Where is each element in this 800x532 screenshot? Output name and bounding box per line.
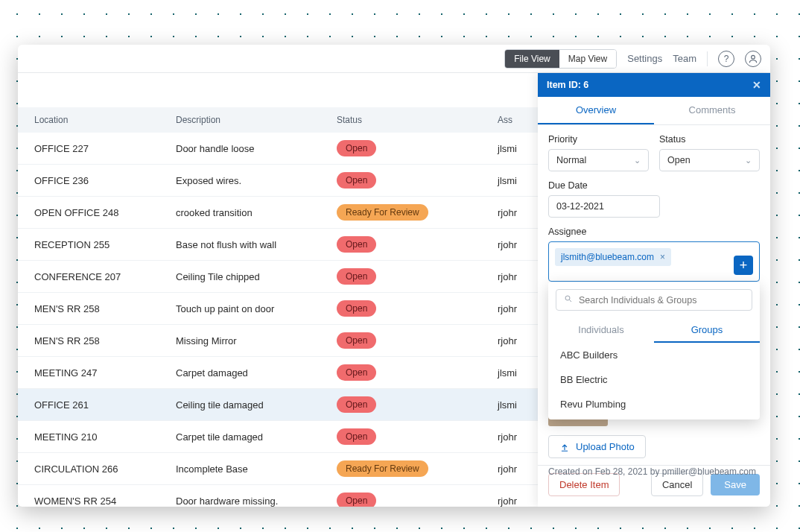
- panel-body: Priority Normal ⌄ Status Open ⌄ Due Date: [538, 125, 770, 465]
- status-badge: Ready For Review: [337, 460, 428, 477]
- cell-description: Door handle loose: [176, 143, 337, 154]
- popover-tabs: Individuals Groups: [548, 318, 760, 343]
- col-header-status[interactable]: Status: [337, 115, 498, 125]
- tab-comments[interactable]: Comments: [654, 97, 770, 124]
- assignee-input[interactable]: jlsmith@bluebeam.com × +: [548, 241, 760, 282]
- cell-description: Carpet tile damaged: [176, 431, 337, 443]
- col-header-description[interactable]: Description: [176, 115, 337, 125]
- profile-icon[interactable]: [745, 51, 761, 67]
- cell-location: MEETING 210: [18, 431, 176, 443]
- cell-location: CONFERENCE 207: [18, 271, 176, 282]
- remove-chip-icon[interactable]: ×: [660, 252, 665, 262]
- help-icon[interactable]: ?: [718, 51, 734, 67]
- tab-groups[interactable]: Groups: [654, 318, 760, 343]
- cell-status: Ready For Review: [337, 204, 498, 221]
- cell-location: CIRCULATION 266: [18, 463, 176, 475]
- cell-description: Missing Mirror: [176, 335, 337, 346]
- due-date-input[interactable]: 03-12-2021: [548, 195, 660, 218]
- search-field[interactable]: [556, 289, 752, 311]
- cell-status: Open: [337, 140, 498, 156]
- created-meta: Created on Feb 28, 2021 by pmiller@blueb…: [548, 466, 756, 477]
- cell-status: Open: [337, 364, 498, 381]
- chevron-down-icon: ⌄: [634, 156, 641, 165]
- cell-description: Base not flush with wall: [176, 239, 337, 250]
- status-badge: Open: [337, 396, 376, 413]
- search-input[interactable]: [579, 295, 744, 305]
- due-date-label: Due Date: [548, 180, 760, 191]
- assignee-popover: Individuals Groups ABC BuildersBB Electr…: [548, 282, 760, 419]
- cell-status: Ready For Review: [337, 460, 498, 477]
- app-window: File View Map View Settings Team ? Expor…: [18, 45, 770, 507]
- cell-location: MEN'S RR 258: [18, 335, 176, 346]
- cell-location: OFFICE 236: [18, 175, 176, 186]
- cell-location: WOMEN'S RR 254: [18, 495, 176, 507]
- cell-description: Ceiling tile damaged: [176, 399, 337, 411]
- cell-location: OFFICE 261: [18, 399, 176, 411]
- save-button[interactable]: Save: [711, 474, 760, 495]
- priority-value: Normal: [556, 155, 586, 165]
- tab-individuals[interactable]: Individuals: [548, 318, 654, 343]
- status-label: Status: [659, 134, 760, 145]
- svg-point-0: [752, 55, 755, 59]
- item-detail-panel: Item ID: 6 ✕ Overview Comments Priority …: [538, 73, 770, 507]
- cell-location: OFFICE 227: [18, 143, 176, 154]
- upload-icon: [559, 442, 570, 452]
- status-badge: Open: [337, 172, 376, 189]
- search-icon: [564, 294, 573, 305]
- status-badge: Open: [337, 300, 376, 317]
- cell-description: Incomplete Base: [176, 463, 337, 475]
- file-view-button[interactable]: File View: [505, 50, 559, 68]
- map-view-button[interactable]: Map View: [559, 50, 616, 68]
- assignee-chip-label: jlsmith@bluebeam.com: [561, 252, 654, 262]
- tab-overview[interactable]: Overview: [538, 97, 654, 124]
- team-link[interactable]: Team: [673, 53, 696, 64]
- cell-status: Open: [337, 332, 498, 349]
- cell-description: crooked transition: [176, 207, 337, 218]
- status-badge: Open: [337, 364, 376, 381]
- cell-location: MEN'S RR 258: [18, 303, 176, 314]
- close-icon[interactable]: ✕: [752, 79, 761, 91]
- top-bar: File View Map View Settings Team ?: [18, 45, 770, 73]
- cell-status: Open: [337, 428, 498, 445]
- settings-link[interactable]: Settings: [627, 53, 662, 64]
- status-badge: Open: [337, 493, 376, 507]
- status-badge: Open: [337, 236, 376, 253]
- panel-header: Item ID: 6 ✕: [538, 73, 770, 97]
- group-option[interactable]: ABC Builders: [548, 343, 760, 367]
- cell-status: Open: [337, 236, 498, 253]
- cell-location: OPEN OFFICE 248: [18, 207, 176, 218]
- upload-photo-label: Upload Photo: [576, 441, 635, 452]
- view-toggle: File View Map View: [504, 49, 617, 69]
- assignee-chip[interactable]: jlsmith@bluebeam.com ×: [555, 248, 671, 266]
- status-badge: Open: [337, 332, 376, 349]
- priority-select[interactable]: Normal ⌄: [548, 149, 649, 171]
- cell-location: RECEPTION 255: [18, 239, 176, 250]
- status-badge: Open: [337, 428, 376, 445]
- group-option[interactable]: Revu Plumbing: [548, 392, 760, 417]
- svg-point-1: [565, 296, 570, 300]
- cell-status: Open: [337, 172, 498, 189]
- status-badge: Ready For Review: [337, 204, 428, 221]
- divider: [707, 51, 708, 66]
- panel-tabs: Overview Comments: [538, 97, 770, 125]
- panel-title: Item ID: 6: [547, 80, 588, 90]
- chevron-down-icon: ⌄: [745, 156, 752, 165]
- cell-description: Touch up paint on door: [176, 303, 337, 314]
- cell-description: Carpet damaged: [176, 367, 337, 379]
- status-badge: Open: [337, 268, 376, 285]
- cell-status: Open: [337, 300, 498, 317]
- cell-description: Ceiling Tile chipped: [176, 271, 337, 282]
- priority-label: Priority: [548, 134, 649, 145]
- cell-status: Open: [337, 396, 498, 413]
- col-header-location[interactable]: Location: [18, 115, 176, 125]
- cell-description: Door hardware missing.: [176, 495, 337, 507]
- upload-photo-button[interactable]: Upload Photo: [548, 435, 646, 458]
- assignee-label: Assignee: [548, 227, 760, 237]
- status-badge: Open: [337, 140, 376, 156]
- cell-location: MEETING 247: [18, 367, 176, 379]
- add-assignee-button[interactable]: +: [734, 256, 753, 275]
- group-option[interactable]: BB Electric: [548, 367, 760, 392]
- status-select[interactable]: Open ⌄: [659, 149, 760, 171]
- cell-status: Open: [337, 493, 498, 507]
- cell-description: Exposed wires.: [176, 175, 337, 186]
